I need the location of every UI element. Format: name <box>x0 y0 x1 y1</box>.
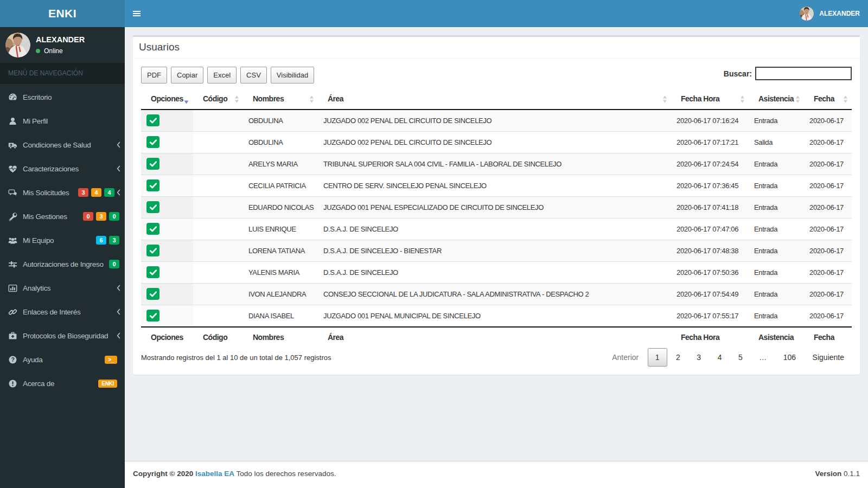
svg-text:?: ? <box>11 356 14 363</box>
